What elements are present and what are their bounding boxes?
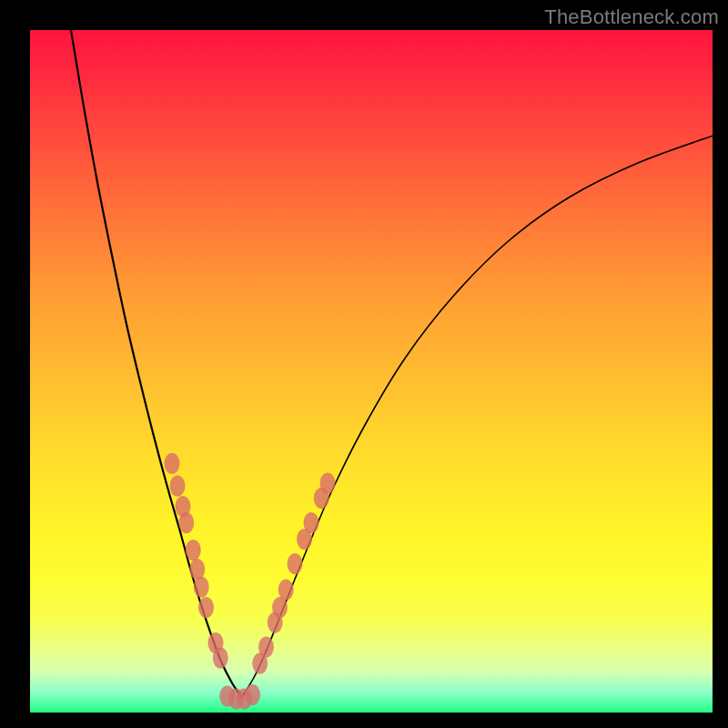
data-marker: [245, 684, 260, 705]
data-marker: [198, 597, 214, 618]
data-marker: [320, 473, 336, 494]
marker-layer: [165, 453, 336, 710]
data-marker: [194, 577, 209, 598]
data-marker: [304, 512, 319, 533]
plot-area: [30, 30, 713, 713]
watermark-text: TheBottleneck.com: [544, 5, 719, 29]
left-curve: [71, 30, 242, 698]
data-marker: [258, 637, 274, 658]
curves-svg: [30, 30, 713, 713]
data-marker: [178, 512, 194, 533]
data-marker: [189, 559, 205, 580]
data-marker: [272, 597, 288, 618]
right-curve: [242, 136, 713, 697]
data-marker: [170, 476, 186, 497]
data-marker: [165, 453, 180, 474]
data-marker: [186, 540, 201, 561]
data-marker: [288, 553, 303, 574]
chart-canvas: TheBottleneck.com: [0, 0, 728, 728]
data-marker: [213, 648, 228, 669]
data-marker: [278, 580, 294, 601]
